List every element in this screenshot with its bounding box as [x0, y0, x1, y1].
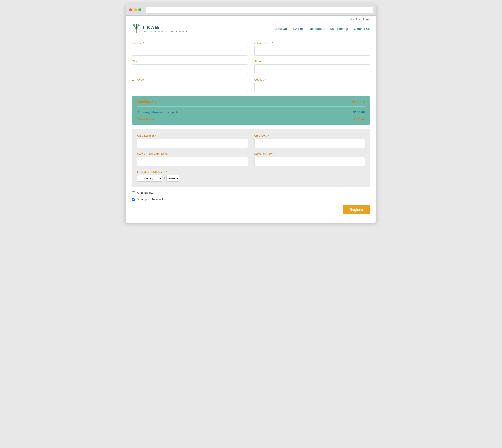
city-input[interactable] — [132, 64, 248, 74]
nav-membership[interactable]: Membership — [330, 27, 348, 31]
register-button[interactable]: Register — [343, 205, 370, 214]
logo-text: LBAW — [143, 25, 187, 31]
expiration-group: Expiration (MM/YYYY) * 1 - January 2 - F… — [137, 171, 365, 182]
header-top-links: Join Us Login — [132, 16, 370, 21]
membership-header-col1: Membership — [137, 100, 157, 104]
state-input[interactable] — [254, 64, 370, 74]
card-zip-name-row: Card ZIP or Postal Code * Name on Card * — [137, 152, 365, 166]
card-cvc-group: Card CVC * — [254, 134, 365, 148]
state-label: State * — [254, 60, 370, 63]
card-zip-label: Card ZIP or Postal Code * — [137, 152, 248, 156]
browser-content: Join Us Login — [126, 16, 376, 223]
expiration-slash: / — [164, 176, 165, 180]
country-group: Country * — [254, 78, 370, 92]
membership-total-label: Total Today — [137, 117, 155, 121]
address-line2-group: Address Line 2 — [254, 42, 370, 56]
traffic-lights — [129, 8, 141, 11]
svg-point-8 — [136, 24, 137, 25]
name-on-card-label: Name on Card * — [254, 152, 365, 156]
membership-item-amount: $150.00 — [353, 110, 365, 114]
membership-total-amount: $150.00 — [353, 117, 365, 121]
auto-renew-group: Auto Renew — [132, 191, 370, 194]
expiration-label: Expiration (MM/YYYY) * — [137, 171, 365, 174]
logo-icon — [132, 24, 141, 33]
zip-country-row: ZIP Code * Country * — [132, 78, 370, 92]
membership-item-row: Attorney Member (Large Firm) $150.00 — [137, 109, 365, 116]
newsletter-group: Sign up for Newsletter — [132, 197, 370, 201]
site-header: Join Us Login — [126, 16, 376, 37]
card-zip-input[interactable] — [137, 157, 248, 166]
nav-contact-us[interactable]: Contact Us — [354, 27, 370, 31]
city-group: City * — [132, 60, 248, 74]
login-link[interactable]: Login — [363, 17, 370, 21]
name-on-card-group: Name on Card * — [254, 152, 365, 166]
membership-item-label: Attorney Member (Large Firm) — [137, 110, 184, 114]
newsletter-label: Sign up for Newsletter — [137, 197, 167, 201]
membership-table: Membership Amount Attorney Member (Large… — [132, 96, 370, 125]
logo-subtext: LONG BEACH ASSOCIATION OF WOMEN — [143, 30, 187, 32]
zip-input[interactable] — [132, 83, 248, 92]
card-number-cvc-row: Card Number * Card CVC * — [137, 134, 365, 148]
browser-chrome — [126, 4, 376, 16]
payment-section: Card Number * Card CVC * Card ZIP or Pos… — [132, 129, 370, 187]
button-row: Register — [132, 205, 370, 214]
main-nav: About Us Events Resources Membership Con… — [273, 27, 370, 31]
country-input[interactable] — [254, 83, 370, 92]
expiration-selects: 1 - January 2 - February 3 - March 4 - A… — [137, 175, 365, 182]
country-label: Country * — [254, 78, 370, 81]
card-number-input[interactable] — [137, 139, 248, 148]
card-number-label: Card Number * — [137, 134, 248, 137]
nav-events[interactable]: Events — [293, 27, 303, 31]
logo: LBAW LONG BEACH ASSOCIATION OF WOMEN — [132, 24, 187, 33]
expiration-year-select[interactable]: 2019 2020 2021 2022 2023 2024 2025 — [167, 175, 179, 182]
nav-resources[interactable]: Resources — [309, 27, 324, 31]
svg-rect-0 — [136, 30, 137, 33]
zip-group: ZIP Code * — [132, 78, 248, 92]
card-cvc-input[interactable] — [254, 139, 365, 148]
card-zip-group: Card ZIP or Postal Code * — [137, 152, 248, 166]
minimize-button[interactable] — [134, 8, 137, 11]
city-label: City * — [132, 60, 248, 63]
address-bar[interactable] — [146, 7, 373, 13]
address-input[interactable] — [132, 46, 248, 56]
join-us-link[interactable]: Join Us — [350, 17, 360, 21]
expiration-month-select[interactable]: 1 - January 2 - February 3 - March 4 - A… — [137, 175, 162, 182]
address-line2-input[interactable] — [254, 46, 370, 56]
header-main: LBAW LONG BEACH ASSOCIATION OF WOMEN Abo… — [132, 21, 370, 37]
form-area: Address * Address Line 2 City * State * — [126, 37, 376, 223]
city-state-row: City * State * — [132, 60, 370, 74]
logo-text-block: LBAW LONG BEACH ASSOCIATION OF WOMEN — [143, 25, 187, 32]
auto-renew-checkbox[interactable] — [132, 191, 135, 194]
maximize-button[interactable] — [138, 8, 141, 11]
newsletter-checkbox[interactable] — [132, 198, 135, 201]
close-button[interactable] — [129, 8, 132, 11]
membership-table-header: Membership Amount — [137, 100, 365, 107]
state-group: State * — [254, 60, 370, 74]
card-number-group: Card Number * — [137, 134, 248, 148]
address-group: Address * — [132, 42, 248, 56]
membership-total-row: Total Today $150.00 — [137, 116, 365, 121]
card-cvc-label: Card CVC * — [254, 134, 365, 137]
name-on-card-input[interactable] — [254, 157, 365, 166]
auto-renew-label: Auto Renew — [137, 191, 153, 194]
address-row: Address * Address Line 2 — [132, 42, 370, 56]
membership-header-col2: Amount — [352, 100, 365, 104]
address-line2-label: Address Line 2 — [254, 42, 370, 45]
address-label: Address * — [132, 42, 248, 45]
zip-label: ZIP Code * — [132, 78, 248, 81]
nav-about-us[interactable]: About Us — [273, 27, 287, 31]
browser-window: Join Us Login — [126, 4, 376, 223]
